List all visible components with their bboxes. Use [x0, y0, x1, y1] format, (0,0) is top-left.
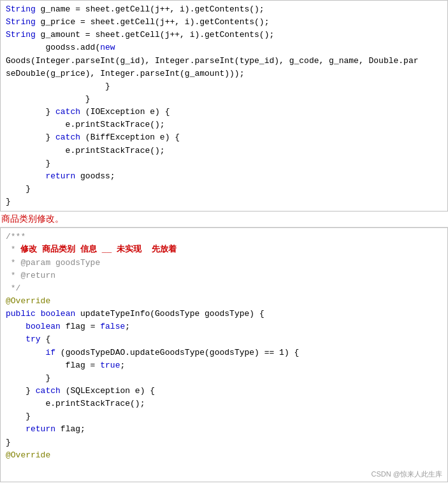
code-line: return flag; — [1, 423, 447, 436]
code-line: } — [1, 410, 447, 423]
code-line: } — [1, 372, 447, 385]
code-line: Goods(Integer.parseInt(g_id), Integer.pa… — [1, 55, 447, 68]
code-line: } — [1, 183, 447, 196]
code-line: * @return — [1, 269, 447, 282]
code-line: * 修改 商品类别 信息 __ 未实现 先放着 — [1, 243, 447, 256]
code-line: String g_name = sheet.getCell(j++, i).ge… — [1, 3, 447, 16]
code-line: try { — [1, 333, 447, 346]
watermark: CSDN @惊来人此生库 — [372, 470, 442, 479]
code-line: if (goodsTypeDAO.updateGoodsType(goodsTy… — [1, 347, 447, 359]
code-block-2: /*** * 修改 商品类别 信息 __ 未实现 先放着 * @param go… — [0, 227, 448, 482]
code-line: public boolean updateTypeInfo(GoodsType … — [1, 308, 447, 320]
code-line: goodss.add(new — [1, 41, 447, 54]
section-label: 商品类别修改。 — [0, 212, 448, 227]
code-line: boolean flag = false; — [1, 320, 447, 333]
code-line: } — [1, 80, 447, 93]
code-line: e.printStackTrace(); — [1, 398, 447, 410]
code-line: */ — [1, 282, 447, 295]
code-line: e.printStackTrace(); — [1, 145, 447, 157]
code-line: * @param goodsType — [1, 257, 447, 269]
code-line: e.printStackTrace(); — [1, 118, 447, 131]
code-line: String g_amount = sheet.getCell(j++, i).… — [1, 29, 447, 41]
code-line: /*** — [1, 231, 447, 243]
section-label-text: 商品类别修改。 — [1, 213, 64, 225]
code-line: } — [1, 157, 447, 170]
code-line: seDouble(g_price), Integer.parseInt(g_am… — [1, 68, 447, 80]
code-line: } catch (BiffException e) { — [1, 131, 447, 144]
code-line: } catch (SQLException e) { — [1, 385, 447, 398]
code-line: } — [1, 196, 447, 208]
code-line: String g_price = sheet.getCell(j++, i).g… — [1, 16, 447, 29]
code-line: flag = true; — [1, 359, 447, 372]
code-block-1: String g_name = sheet.getCell(j++, i).ge… — [0, 0, 448, 212]
code-line: @Override — [1, 295, 447, 308]
code-line: @Override — [1, 449, 447, 462]
page-container: String g_name = sheet.getCell(j++, i).ge… — [0, 0, 448, 482]
code-line: } — [1, 93, 447, 106]
code-line: } catch (IOException e) { — [1, 106, 447, 118]
code-line: return goodss; — [1, 170, 447, 183]
code-line: } — [1, 436, 447, 449]
